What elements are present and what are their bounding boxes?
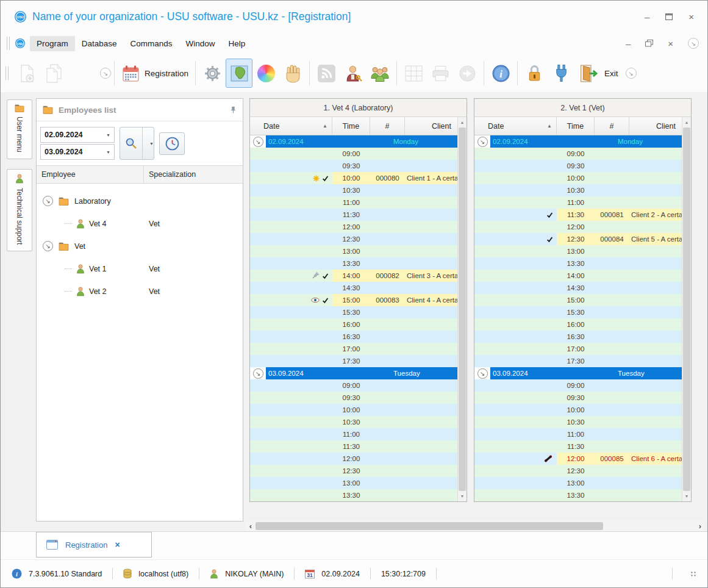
date-band-row[interactable]: ↘02.09.2024Monday [474, 135, 682, 148]
schedule-row[interactable]: 09:00 [474, 379, 682, 392]
collapse-arrow-icon[interactable]: ↘ [477, 137, 488, 147]
schedule-row[interactable]: 17:30 [250, 355, 457, 367]
tab-technical-support[interactable]: Technical support [7, 169, 32, 251]
schedule-row[interactable]: 09:30 [474, 392, 682, 404]
menu-item-help[interactable]: Help [222, 36, 252, 51]
scroll-left-icon[interactable]: ‹ [246, 522, 256, 530]
map-button[interactable] [226, 59, 252, 88]
vertical-scrollbar[interactable]: ▲ ▼ [457, 117, 467, 501]
work-schedule-button[interactable] [159, 132, 185, 155]
schedule-row[interactable]: 10:30 [250, 184, 457, 196]
menu-item-program[interactable]: Program [30, 36, 75, 51]
vertical-scrollbar[interactable]: ▲ ▼ [682, 117, 691, 501]
schedule-row[interactable]: 15:00000083Client 4 - A certa [250, 294, 457, 306]
schedule-row[interactable]: 14:30 [474, 282, 682, 294]
schedule-row[interactable]: 09:00 [250, 148, 457, 160]
maximize-button[interactable] [665, 12, 673, 21]
schedule-row[interactable]: 13:00 [250, 245, 457, 257]
collapse-arrow-icon[interactable]: ↘ [43, 241, 53, 251]
schedule-row[interactable]: 17:30 [474, 355, 682, 367]
schedule-row[interactable]: 10:00 [474, 404, 682, 416]
menu-item-database[interactable]: Database [75, 36, 124, 51]
schedule-row[interactable]: 14:30 [250, 282, 457, 294]
column-header-date[interactable]: Date ▲ [250, 117, 332, 135]
scrollbar-thumb[interactable] [459, 127, 466, 491]
schedule-row[interactable]: 10:00 [474, 172, 682, 184]
tree-employee-row[interactable]: Vet 1Vet [37, 257, 243, 280]
schedule-row[interactable]: 12:00 [474, 221, 682, 233]
tree-group-row[interactable]: ↘Vet [37, 235, 243, 257]
schedule-row[interactable]: 15:30 [250, 306, 457, 318]
schedule-row[interactable]: 13:00 [474, 245, 682, 257]
menu-overflow-icon[interactable]: ↘ [688, 38, 699, 49]
scroll-up-icon[interactable]: ▲ [458, 118, 467, 127]
search-button[interactable] [120, 127, 142, 159]
toolbar-grip[interactable] [7, 37, 10, 50]
collapse-arrow-icon[interactable]: ↘ [253, 368, 263, 379]
registration-button[interactable]: Registration [118, 59, 192, 88]
scroll-right-icon[interactable]: › [695, 522, 705, 530]
schedule-row[interactable]: 10:30 [474, 416, 682, 428]
schedule-row[interactable]: 09:30 [474, 160, 682, 172]
scroll-down-icon[interactable]: ▼ [458, 492, 467, 501]
column-header-client[interactable]: Client [405, 117, 457, 135]
close-button[interactable]: × [688, 12, 694, 21]
schedule-row[interactable]: 12:30 [474, 465, 682, 477]
schedule-row[interactable]: 16:30 [474, 331, 682, 343]
minimize-button[interactable]: – [645, 12, 649, 21]
schedule-row[interactable]: 13:30 [474, 257, 682, 270]
schedule-row[interactable]: 17:00 [250, 343, 457, 355]
schedule-row[interactable]: 10:30 [474, 184, 682, 196]
resize-grip[interactable] [690, 571, 696, 577]
column-header-date[interactable]: Date ▲ [474, 117, 557, 135]
toolbar-overflow-icon[interactable]: ↘ [100, 68, 111, 79]
tab-close-icon[interactable]: × [115, 540, 120, 550]
scrollbar-thumb[interactable] [256, 522, 603, 530]
scroll-up-icon[interactable]: ▲ [682, 118, 691, 127]
schedule-row[interactable]: 11:30 [474, 440, 682, 453]
horizontal-scrollbar[interactable]: ‹ › [246, 521, 705, 531]
pin-icon[interactable] [230, 106, 237, 113]
tab-registration[interactable]: Registration × [36, 532, 152, 558]
schedule-row[interactable]: 13:30 [250, 257, 457, 270]
schedule-row[interactable]: 11:00 [474, 196, 682, 209]
date-band-row[interactable]: ↘03.09.2024Tuesday [474, 367, 682, 379]
scrollbar-thumb[interactable] [683, 127, 690, 491]
schedule-row[interactable]: 09:00 [250, 379, 457, 392]
mdi-restore-button[interactable] [645, 39, 653, 48]
tree-group-row[interactable]: ↘Laboratory [37, 190, 243, 212]
schedule-row[interactable]: 15:30 [474, 306, 682, 318]
schedule-row[interactable]: 09:30 [250, 160, 457, 172]
info-button[interactable]: i [487, 59, 514, 88]
schedule-row[interactable]: 12:30 [250, 233, 457, 245]
schedule-row[interactable]: 12:00 [250, 453, 457, 465]
schedule-row[interactable]: 13:00 [250, 477, 457, 489]
specialization-column-header[interactable]: Specialization [144, 166, 243, 183]
schedule-row[interactable]: 11:30 [250, 440, 457, 453]
column-header-time[interactable]: Time [557, 117, 595, 135]
schedule-row[interactable]: 11:30000081Client 2 - A certa [474, 209, 682, 221]
color-wheel-button[interactable] [252, 59, 279, 88]
menu-item-window[interactable]: Window [179, 36, 222, 51]
schedule-row[interactable]: 10:00 [250, 404, 457, 416]
mdi-minimize-button[interactable]: – [626, 39, 631, 48]
date-from-select[interactable]: 02.09.2024 ▼ [40, 127, 115, 143]
schedule-row[interactable]: 12:30 [250, 465, 457, 477]
column-header-time[interactable]: Time [332, 117, 370, 135]
schedule-row[interactable]: 16:00 [250, 318, 457, 331]
lock-button[interactable] [521, 59, 548, 88]
tree-employee-row[interactable]: Vet 2Vet [37, 280, 243, 303]
scroll-down-icon[interactable]: ▼ [682, 492, 691, 501]
schedule-row[interactable]: 17:00 [474, 343, 682, 355]
schedule-row[interactable]: 11:00 [250, 428, 457, 440]
column-header-client[interactable]: Client [629, 117, 682, 135]
schedule-row[interactable]: 13:30 [250, 489, 457, 501]
exit-button[interactable]: Exit [574, 59, 622, 88]
menu-item-commands[interactable]: Commands [124, 36, 179, 51]
settings-gear-button[interactable] [199, 59, 226, 88]
schedule-row[interactable]: 12:00000085Client 6 - A certa [474, 453, 682, 465]
toolbar-grip[interactable] [5, 66, 9, 80]
tree-employee-row[interactable]: Vet 4Vet [37, 212, 243, 235]
schedule-row[interactable]: 14:00000082Client 3 - A certa [250, 270, 457, 282]
schedule-row[interactable]: 16:30 [250, 331, 457, 343]
